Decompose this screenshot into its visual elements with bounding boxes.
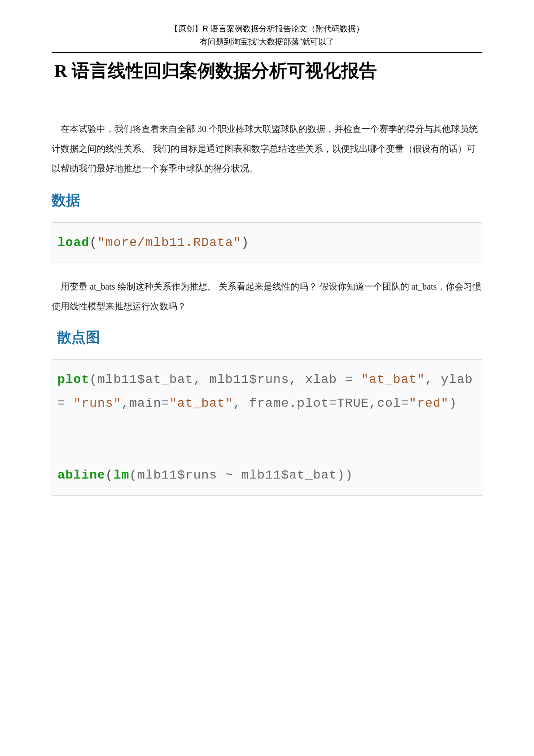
code-string: "at_bat" [361,373,425,387]
code-paren: ( [89,236,97,250]
page-header: 【原创】R 语言案例数据分析报告论文（附代码数据） 有问题到淘宝找"大数据部落"… [52,22,482,48]
code-keyword-plot: plot [57,373,89,387]
body-paragraph: 用变量 at_bats 绘制这种关系作为推想。 关系看起来是线性的吗？ 假设你知… [52,277,482,316]
code-block-plot: plot(mlb11$at_bat, mlb11$runs, xlab = "a… [52,359,482,496]
code-keyword-load: load [57,236,89,250]
section-heading-scatter: 散点图 [52,328,482,347]
code-keyword-lm: lm [114,468,130,482]
code-args: (mlb11$runs ~ mlb11$at_bat)) [129,468,353,482]
code-string: "at_bat" [169,396,233,410]
header-line-1: 【原创】R 语言案例数据分析报告论文（附代码数据） [52,22,482,35]
code-paren: ( [105,468,114,482]
intro-paragraph: 在本试验中，我们将查看来自全部 30 个职业棒球大联盟球队的数据，并检查一个赛季… [52,119,482,178]
code-args: (mlb11$at_bat, mlb11$runs, xlab = [89,373,361,387]
code-args: ) [449,396,457,410]
code-paren: ) [241,236,249,250]
code-string: "red" [409,396,449,410]
code-string: "runs" [74,396,122,410]
section-heading-data: 数据 [52,191,482,211]
code-keyword-abline: abline [57,468,105,482]
header-line-2: 有问题到淘宝找"大数据部落"就可以了 [52,35,482,48]
code-block-load: load("more/mlb11.RData") [52,222,482,263]
code-args: , frame.plot=TRUE,col= [233,396,409,410]
code-args: ,main= [121,396,169,410]
header-rule [52,52,482,53]
code-string: "more/mlb11.RData" [97,236,241,250]
document-title: R 语言线性回归案例数据分析可视化报告 [52,58,482,83]
